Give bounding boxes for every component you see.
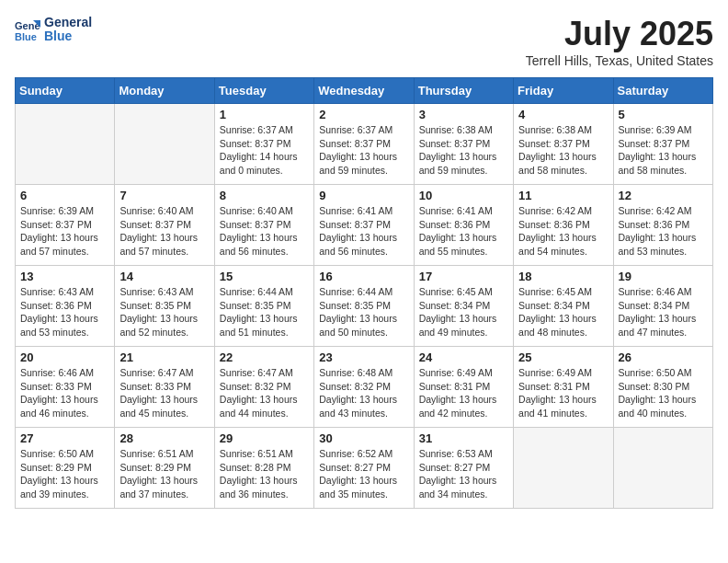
logo-icon: General Blue (15, 17, 40, 42)
calendar-cell: 9Sunrise: 6:41 AM Sunset: 8:37 PM Daylig… (314, 185, 414, 266)
cell-sun-info: Sunrise: 6:42 AM Sunset: 8:36 PM Dayligh… (619, 204, 708, 259)
day-number: 20 (20, 350, 109, 364)
day-number: 5 (619, 108, 708, 121)
calendar-cell: 26Sunrise: 6:50 AM Sunset: 8:30 PM Dayli… (613, 347, 712, 428)
cell-sun-info: Sunrise: 6:37 AM Sunset: 8:37 PM Dayligh… (220, 123, 309, 178)
calendar-cell: 13Sunrise: 6:43 AM Sunset: 8:36 PM Dayli… (16, 266, 115, 347)
calendar-table: SundayMondayTuesdayWednesdayThursdayFrid… (15, 77, 713, 509)
cell-sun-info: Sunrise: 6:53 AM Sunset: 8:27 PM Dayligh… (419, 447, 508, 501)
calendar-cell: 7Sunrise: 6:40 AM Sunset: 8:37 PM Daylig… (115, 185, 214, 266)
title-area: July 2025 Terrell Hills, Texas, United S… (526, 15, 713, 68)
weekday-header: Tuesday (214, 78, 313, 104)
calendar-cell: 3Sunrise: 6:38 AM Sunset: 8:37 PM Daylig… (414, 104, 513, 185)
calendar-cell: 22Sunrise: 6:47 AM Sunset: 8:32 PM Dayli… (214, 347, 313, 428)
calendar-cell: 20Sunrise: 6:46 AM Sunset: 8:33 PM Dayli… (16, 347, 115, 428)
weekday-header: Thursday (414, 78, 513, 104)
weekday-header: Saturday (613, 78, 712, 104)
day-number: 27 (20, 431, 109, 445)
calendar-week-row: 1Sunrise: 6:37 AM Sunset: 8:37 PM Daylig… (16, 104, 713, 185)
logo: General Blue General Blue (15, 15, 92, 44)
calendar-cell: 11Sunrise: 6:42 AM Sunset: 8:36 PM Dayli… (514, 185, 613, 266)
cell-sun-info: Sunrise: 6:46 AM Sunset: 8:34 PM Dayligh… (619, 285, 708, 339)
day-number: 3 (419, 108, 508, 121)
cell-sun-info: Sunrise: 6:41 AM Sunset: 8:36 PM Dayligh… (419, 204, 508, 259)
cell-sun-info: Sunrise: 6:50 AM Sunset: 8:30 PM Dayligh… (619, 366, 708, 420)
calendar-cell: 30Sunrise: 6:52 AM Sunset: 8:27 PM Dayli… (314, 428, 414, 509)
day-number: 23 (319, 350, 408, 364)
calendar-cell: 23Sunrise: 6:48 AM Sunset: 8:32 PM Dayli… (314, 347, 414, 428)
cell-sun-info: Sunrise: 6:48 AM Sunset: 8:32 PM Dayligh… (319, 366, 408, 420)
cell-sun-info: Sunrise: 6:45 AM Sunset: 8:34 PM Dayligh… (518, 285, 608, 339)
calendar-cell: 10Sunrise: 6:41 AM Sunset: 8:36 PM Dayli… (414, 185, 513, 266)
page-header: General Blue General Blue July 2025 Terr… (15, 15, 713, 68)
cell-sun-info: Sunrise: 6:39 AM Sunset: 8:37 PM Dayligh… (20, 204, 109, 259)
calendar-cell: 29Sunrise: 6:51 AM Sunset: 8:28 PM Dayli… (214, 428, 313, 509)
cell-sun-info: Sunrise: 6:44 AM Sunset: 8:35 PM Dayligh… (319, 285, 408, 339)
cell-sun-info: Sunrise: 6:40 AM Sunset: 8:37 PM Dayligh… (119, 204, 209, 259)
calendar-cell (514, 428, 613, 509)
day-number: 9 (319, 189, 408, 202)
calendar-header-row: SundayMondayTuesdayWednesdayThursdayFrid… (16, 78, 713, 104)
cell-sun-info: Sunrise: 6:37 AM Sunset: 8:37 PM Dayligh… (319, 123, 408, 178)
calendar-week-row: 6Sunrise: 6:39 AM Sunset: 8:37 PM Daylig… (16, 185, 713, 266)
calendar-cell: 28Sunrise: 6:51 AM Sunset: 8:29 PM Dayli… (115, 428, 214, 509)
day-number: 19 (619, 270, 708, 283)
cell-sun-info: Sunrise: 6:44 AM Sunset: 8:35 PM Dayligh… (220, 285, 309, 339)
weekday-header: Friday (514, 78, 613, 104)
cell-sun-info: Sunrise: 6:51 AM Sunset: 8:29 PM Dayligh… (119, 447, 209, 501)
cell-sun-info: Sunrise: 6:41 AM Sunset: 8:37 PM Dayligh… (319, 204, 408, 259)
cell-sun-info: Sunrise: 6:43 AM Sunset: 8:35 PM Dayligh… (119, 285, 209, 339)
weekday-header: Sunday (16, 78, 115, 104)
day-number: 13 (20, 270, 109, 283)
day-number: 8 (220, 189, 309, 202)
day-number: 12 (619, 189, 708, 202)
cell-sun-info: Sunrise: 6:47 AM Sunset: 8:33 PM Dayligh… (119, 366, 209, 420)
day-number: 29 (220, 431, 309, 445)
cell-sun-info: Sunrise: 6:49 AM Sunset: 8:31 PM Dayligh… (518, 366, 608, 420)
cell-sun-info: Sunrise: 6:47 AM Sunset: 8:32 PM Dayligh… (220, 366, 309, 420)
day-number: 24 (419, 350, 508, 364)
cell-sun-info: Sunrise: 6:49 AM Sunset: 8:31 PM Dayligh… (419, 366, 508, 420)
cell-sun-info: Sunrise: 6:43 AM Sunset: 8:36 PM Dayligh… (20, 285, 109, 339)
weekday-header: Monday (115, 78, 214, 104)
calendar-cell (16, 104, 115, 185)
day-number: 2 (319, 108, 408, 121)
calendar-cell: 12Sunrise: 6:42 AM Sunset: 8:36 PM Dayli… (613, 185, 712, 266)
calendar-cell: 19Sunrise: 6:46 AM Sunset: 8:34 PM Dayli… (613, 266, 712, 347)
day-number: 4 (518, 108, 608, 121)
calendar-cell: 14Sunrise: 6:43 AM Sunset: 8:35 PM Dayli… (115, 266, 214, 347)
day-number: 18 (518, 270, 608, 283)
cell-sun-info: Sunrise: 6:39 AM Sunset: 8:37 PM Dayligh… (619, 123, 708, 178)
calendar-cell: 31Sunrise: 6:53 AM Sunset: 8:27 PM Dayli… (414, 428, 513, 509)
calendar-cell: 17Sunrise: 6:45 AM Sunset: 8:34 PM Dayli… (414, 266, 513, 347)
calendar-cell: 6Sunrise: 6:39 AM Sunset: 8:37 PM Daylig… (16, 185, 115, 266)
calendar-cell: 27Sunrise: 6:50 AM Sunset: 8:29 PM Dayli… (16, 428, 115, 509)
cell-sun-info: Sunrise: 6:46 AM Sunset: 8:33 PM Dayligh… (20, 366, 109, 420)
day-number: 15 (220, 270, 309, 283)
cell-sun-info: Sunrise: 6:52 AM Sunset: 8:27 PM Dayligh… (319, 447, 408, 501)
weekday-header: Wednesday (314, 78, 414, 104)
day-number: 14 (119, 270, 209, 283)
cell-sun-info: Sunrise: 6:42 AM Sunset: 8:36 PM Dayligh… (518, 204, 608, 259)
calendar-cell: 5Sunrise: 6:39 AM Sunset: 8:37 PM Daylig… (613, 104, 712, 185)
logo-text: General Blue (44, 15, 92, 44)
calendar-week-row: 27Sunrise: 6:50 AM Sunset: 8:29 PM Dayli… (16, 428, 713, 509)
calendar-cell: 1Sunrise: 6:37 AM Sunset: 8:37 PM Daylig… (214, 104, 313, 185)
calendar-week-row: 13Sunrise: 6:43 AM Sunset: 8:36 PM Dayli… (16, 266, 713, 347)
day-number: 17 (419, 270, 508, 283)
day-number: 6 (20, 189, 109, 202)
calendar-cell: 21Sunrise: 6:47 AM Sunset: 8:33 PM Dayli… (115, 347, 214, 428)
cell-sun-info: Sunrise: 6:38 AM Sunset: 8:37 PM Dayligh… (518, 123, 608, 178)
day-number: 25 (518, 350, 608, 364)
day-number: 16 (319, 270, 408, 283)
cell-sun-info: Sunrise: 6:40 AM Sunset: 8:37 PM Dayligh… (220, 204, 309, 259)
cell-sun-info: Sunrise: 6:38 AM Sunset: 8:37 PM Dayligh… (419, 123, 508, 178)
day-number: 26 (619, 350, 708, 364)
calendar-cell: 2Sunrise: 6:37 AM Sunset: 8:37 PM Daylig… (314, 104, 414, 185)
calendar-cell: 8Sunrise: 6:40 AM Sunset: 8:37 PM Daylig… (214, 185, 313, 266)
cell-sun-info: Sunrise: 6:51 AM Sunset: 8:28 PM Dayligh… (220, 447, 309, 501)
cell-sun-info: Sunrise: 6:45 AM Sunset: 8:34 PM Dayligh… (419, 285, 508, 339)
calendar-cell: 25Sunrise: 6:49 AM Sunset: 8:31 PM Dayli… (514, 347, 613, 428)
svg-text:Blue: Blue (15, 31, 37, 42)
calendar-cell: 18Sunrise: 6:45 AM Sunset: 8:34 PM Dayli… (514, 266, 613, 347)
